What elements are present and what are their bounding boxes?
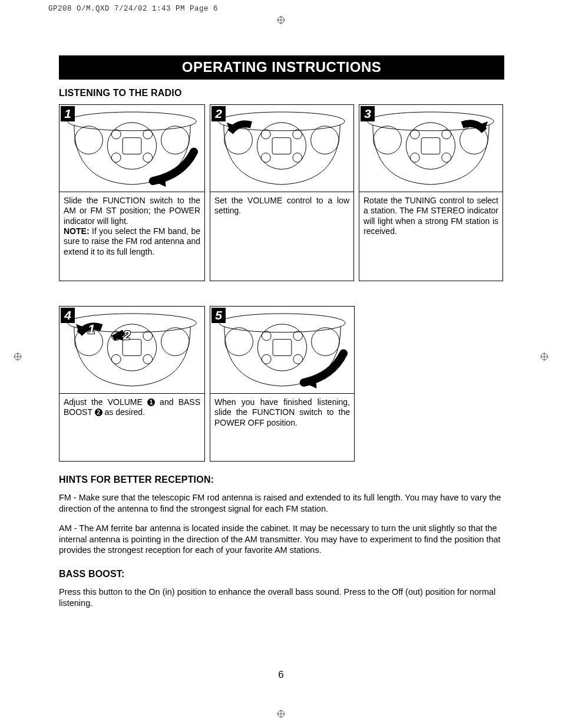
svg-point-44 [161, 328, 190, 356]
crop-mark-icon [277, 710, 285, 718]
boombox-illustration [59, 105, 204, 192]
svg-point-13 [75, 126, 103, 154]
step-number-label: 2 [211, 106, 226, 121]
svg-point-58 [262, 331, 271, 341]
step-1: 1 Slide the FUNCTION switch to the AM or… [59, 104, 205, 281]
callout-2: 2 [123, 328, 130, 343]
svg-point-24 [311, 126, 339, 154]
svg-point-60 [262, 354, 271, 364]
steps-row-2: 4 1 2 Adjust the VOLUME 1 and BASS BOOST… [59, 306, 504, 462]
svg-point-59 [293, 331, 303, 341]
print-header-text: GP208 O/M.QXD 7/24/02 1:43 PM Page 6 [48, 5, 218, 13]
svg-point-14 [161, 126, 190, 154]
svg-point-40 [442, 153, 451, 162]
svg-point-39 [410, 153, 419, 162]
svg-rect-16 [123, 138, 141, 154]
steps-row-1: 1 Slide the FUNCTION switch to the AM or… [59, 104, 504, 281]
svg-point-17 [111, 130, 121, 139]
svg-point-54 [225, 328, 253, 356]
content-area: OPERATING INSTRUCTIONS LISTENING TO THE … [59, 55, 504, 617]
step-number-label: 5 [211, 308, 226, 323]
page-title: OPERATING INSTRUCTIONS [59, 55, 504, 80]
step-2: 2 Set the VOLUME control to a low settin… [210, 104, 354, 281]
step-figure: 5 [210, 307, 354, 394]
hints-am-text: AM - The AM ferrite bar antenna is locat… [59, 523, 504, 556]
svg-point-37 [410, 130, 419, 139]
step-figure: 3 [359, 105, 503, 192]
svg-point-33 [373, 126, 402, 154]
step-text: Slide the FUNCTION switch to the AM or F… [59, 192, 204, 281]
page-number: 6 [278, 669, 283, 681]
crop-mark-icon [540, 353, 548, 361]
step-text: Rotate the TUNING control to select a st… [359, 192, 503, 281]
section-heading: LISTENING TO THE RADIO [59, 88, 504, 98]
bass-heading: BASS BOOST: [59, 569, 504, 579]
svg-point-48 [143, 331, 153, 341]
step-4: 4 1 2 Adjust the VOLUME 1 and BASS BOOST… [59, 306, 205, 462]
step-text: Adjust the VOLUME 1 and BASS BOOST 2 as … [59, 394, 204, 461]
boombox-illustration [59, 307, 204, 393]
svg-rect-26 [272, 138, 291, 154]
step-text-body: Slide the FUNCTION switch to the AM or F… [64, 196, 200, 226]
svg-point-55 [312, 328, 340, 356]
boombox-illustration [210, 105, 353, 192]
svg-point-19 [111, 153, 121, 162]
svg-point-28 [293, 130, 302, 139]
bass-text: Press this button to the On (in) positio… [59, 587, 504, 609]
step-3: 3 Rotate the TUNING control to select a … [359, 104, 503, 281]
svg-point-53 [219, 314, 345, 332]
svg-point-18 [143, 130, 153, 139]
svg-point-27 [261, 130, 270, 139]
step-text-a: Adjust the VOLUME [64, 397, 147, 407]
step-text-c: as desired. [103, 407, 145, 417]
svg-point-61 [293, 354, 303, 364]
svg-rect-57 [273, 340, 292, 356]
crop-mark-icon [277, 16, 285, 24]
step-number-label: 1 [61, 106, 75, 121]
hints-heading: HINTS FOR BETTER RECEPTION: [59, 475, 504, 485]
page: GP208 O/M.QXD 7/24/02 1:43 PM Page 6 OPE… [0, 0, 562, 728]
hints-fm-text: FM - Make sure that the telescopic FM ro… [59, 492, 504, 515]
svg-point-49 [111, 354, 121, 364]
circled-2-icon: 2 [95, 409, 103, 416]
svg-point-29 [261, 153, 270, 162]
svg-point-50 [143, 354, 153, 364]
svg-point-3 [278, 711, 285, 717]
svg-point-6 [15, 354, 21, 360]
step-5: 5 When you have finished listening, slid… [210, 306, 355, 462]
svg-point-0 [278, 17, 285, 24]
step-figure: 2 [210, 105, 353, 192]
boombox-illustration [210, 307, 354, 393]
step-number-label: 4 [61, 308, 75, 323]
step-number-label: 3 [361, 106, 375, 121]
step-figure: 4 1 2 [59, 307, 204, 394]
svg-rect-36 [421, 138, 440, 154]
svg-point-38 [442, 130, 451, 139]
boombox-illustration [359, 105, 503, 192]
crop-mark-icon [14, 353, 22, 361]
step-text: When you have finished listening, slide … [210, 394, 354, 461]
circled-1-icon: 1 [147, 398, 155, 406]
svg-point-30 [293, 153, 302, 162]
step-figure: 1 [59, 105, 204, 192]
callout-1: 1 [88, 322, 95, 337]
step-text: Set the VOLUME control to a low setting. [210, 192, 353, 281]
svg-point-12 [68, 112, 196, 131]
svg-point-20 [143, 153, 153, 162]
note-label: NOTE: [64, 226, 90, 236]
svg-point-9 [541, 354, 548, 360]
